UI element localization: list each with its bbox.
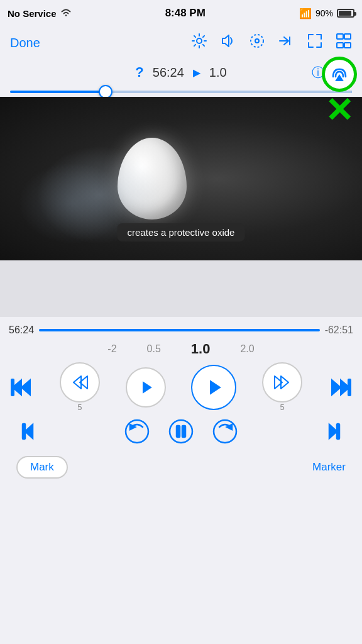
svg-marker-14 (211, 381, 220, 394)
help-button[interactable]: ? (135, 64, 143, 80)
chapter-next-button[interactable] (319, 419, 343, 443)
bottom-controls: 56:24 -62:51 -2 0.5 1.0 2.0 (0, 317, 362, 490)
volume-icon[interactable] (220, 33, 236, 53)
forward-loop-button[interactable] (211, 417, 239, 446)
speed-indicator: 1.0 (209, 65, 227, 80)
main-controls: 5 5 (6, 362, 356, 414)
airplay-button[interactable] (322, 57, 357, 92)
svg-point-2 (255, 39, 259, 43)
svg-rect-30 (337, 424, 339, 439)
svg-marker-7 (336, 75, 343, 80)
toolbar: Done (0, 26, 362, 59)
svg-rect-3 (337, 34, 343, 39)
progress-area (0, 82, 362, 97)
svg-rect-19 (348, 379, 351, 396)
svg-rect-26 (182, 426, 185, 437)
fastforward-button[interactable] (262, 362, 302, 402)
speed-row: -2 0.5 1.0 2.0 (6, 338, 356, 362)
done-button[interactable]: Done (10, 36, 40, 50)
svg-rect-25 (177, 426, 180, 437)
skip-to-start-button[interactable] (9, 375, 34, 400)
step-col (126, 367, 166, 408)
svg-point-24 (170, 420, 192, 443)
expand-icon[interactable] (307, 33, 323, 53)
speed-minus2[interactable]: -2 (107, 343, 116, 355)
status-time: 8:48 PM (165, 7, 206, 19)
subtitle-text: creates a protective oxide (118, 223, 245, 242)
svg-marker-13 (143, 382, 151, 392)
status-left: No Service (8, 8, 72, 19)
speed-1-0[interactable]: 1.0 (191, 341, 211, 357)
svg-marker-29 (329, 425, 337, 438)
speed-0-5[interactable]: 0.5 (147, 343, 161, 355)
gray-spacer (0, 260, 362, 317)
svg-rect-5 (337, 43, 343, 48)
forward-icon[interactable] (278, 33, 294, 53)
play-indicator: ▶ (193, 67, 200, 79)
current-time: 56:24 (153, 65, 184, 80)
svg-rect-21 (23, 424, 25, 439)
battery-pct-text: 90% (315, 8, 333, 18)
bottom-progress-track[interactable] (39, 329, 320, 331)
playlist-icon[interactable] (336, 33, 352, 53)
status-right: 📶 90% (299, 8, 354, 19)
play-button[interactable] (191, 365, 236, 410)
status-bar: No Service 8:48 PM 📶 90% (0, 0, 362, 26)
fastforward-label: 5 (280, 402, 285, 412)
video-area: creates a protective oxide (0, 97, 362, 260)
svg-rect-4 (344, 34, 351, 39)
svg-point-27 (214, 420, 236, 443)
svg-rect-6 (344, 43, 351, 48)
sec-center-group (123, 417, 239, 446)
chapters-icon[interactable] (249, 33, 265, 53)
close-button[interactable]: ✕ (325, 93, 353, 127)
wifi-icon (60, 8, 72, 19)
pause-button[interactable] (167, 417, 195, 446)
svg-marker-9 (21, 380, 30, 395)
rewind-col: 5 (60, 362, 100, 412)
chapter-prev-button[interactable] (19, 419, 43, 443)
bottom-bar: Mark Marker (6, 451, 356, 486)
svg-point-22 (126, 420, 148, 443)
time-row: 56:24 -62:51 (6, 325, 356, 338)
playback-info: ? 56:24 ▶ 1.0 ⓘ (0, 59, 362, 82)
settings-icon[interactable] (191, 33, 207, 53)
rewind-button[interactable] (60, 362, 100, 402)
carrier-text: No Service (8, 8, 57, 19)
rewind-label: 5 (77, 402, 82, 412)
svg-marker-20 (25, 425, 33, 438)
remaining-time: -62:51 (325, 325, 353, 336)
svg-point-0 (197, 38, 202, 43)
battery-icon (337, 9, 354, 18)
elapsed-time: 56:24 (9, 325, 34, 336)
svg-marker-18 (332, 380, 341, 395)
skip-to-end-button[interactable] (328, 375, 353, 400)
progress-track[interactable] (10, 91, 352, 93)
toolbar-icons (191, 33, 352, 53)
svg-rect-10 (11, 379, 14, 396)
mark-button[interactable]: Mark (16, 456, 68, 479)
secondary-controls (6, 414, 356, 451)
marker-link[interactable]: Marker (312, 461, 346, 474)
fastforward-col: 5 (262, 362, 302, 412)
rewind-loop-button[interactable] (123, 417, 151, 446)
svg-point-1 (251, 35, 263, 47)
bluetooth-icon: 📶 (299, 8, 312, 19)
step-button[interactable] (126, 367, 166, 408)
speed-2-0[interactable]: 2.0 (240, 343, 254, 355)
